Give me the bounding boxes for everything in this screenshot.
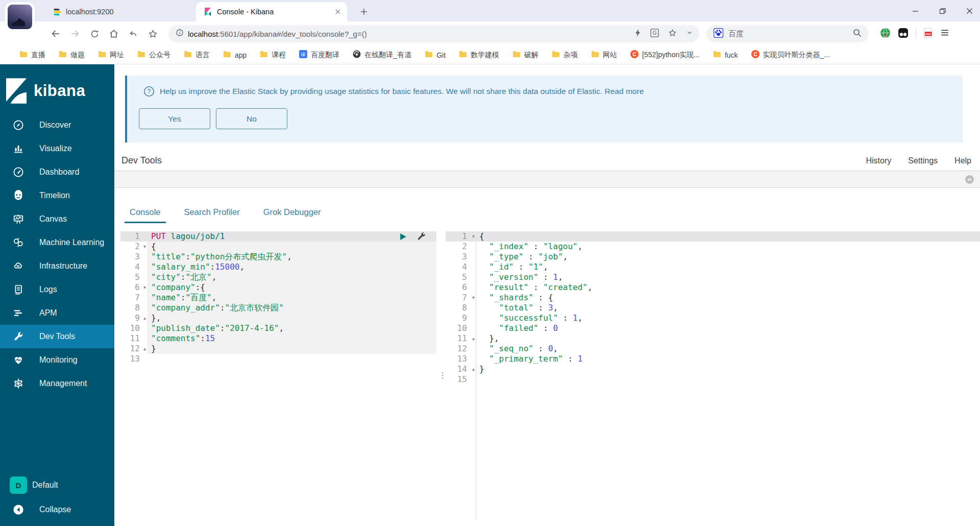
- address-chevron-down-icon[interactable]: [686, 29, 693, 38]
- fold-open-icon[interactable]: ▾: [143, 242, 146, 252]
- sidebar-item-monitoring[interactable]: Monitoring: [0, 348, 114, 372]
- sidebar-item-machine-learning[interactable]: Machine Learning: [0, 231, 114, 254]
- send-request-button[interactable]: [399, 232, 407, 241]
- bookmark-item[interactable]: 语言: [184, 51, 210, 60]
- fold-close-icon[interactable]: ▴: [143, 344, 146, 354]
- bookmark-label: [552]python实现...: [642, 51, 700, 60]
- devtools-menu-settings[interactable]: Settings: [908, 156, 938, 165]
- browser-tab-localhost-9200[interactable]: localhost:9200: [45, 2, 196, 21]
- bookmark-item[interactable]: 网站: [591, 51, 617, 60]
- code-line: 7▾ "_shards" : {: [446, 293, 980, 303]
- line-number: 9▴: [120, 313, 147, 323]
- devtools-menu-history[interactable]: History: [866, 156, 892, 165]
- sidebar-item-apm[interactable]: APM: [0, 301, 114, 325]
- idm-extension-icon[interactable]: [880, 28, 891, 40]
- minimize-button[interactable]: [912, 8, 919, 14]
- dark-extension-icon[interactable]: [898, 28, 909, 40]
- url-text[interactable]: localhost:5601/app/kibana#/dev_tools/con…: [188, 30, 629, 38]
- sidebar-item-discover[interactable]: Discover: [0, 113, 114, 137]
- svg-text:G: G: [652, 30, 656, 36]
- browser-menu-icon[interactable]: [940, 28, 950, 40]
- space-switcher-default[interactable]: D Default: [0, 473, 114, 497]
- collapse-sidebar-button[interactable]: Collapse: [0, 497, 114, 522]
- search-icon[interactable]: [853, 29, 862, 39]
- back-button[interactable]: [47, 25, 64, 42]
- sidebar-item-canvas[interactable]: Canvas: [0, 207, 114, 231]
- baidu-search-box[interactable]: 百度: [706, 25, 869, 42]
- undo-navigation-button[interactable]: [125, 25, 142, 42]
- tab-console[interactable]: Console: [125, 207, 166, 223]
- sidebar-item-dev-tools[interactable]: Dev Tools: [0, 325, 114, 348]
- read-more-link[interactable]: Read more: [605, 87, 644, 95]
- tab-close-icon[interactable]: [335, 9, 341, 15]
- folder-icon: [713, 51, 721, 60]
- new-tab-button[interactable]: [357, 5, 371, 18]
- forward-button[interactable]: [66, 25, 84, 42]
- bookmark-item[interactable]: 数学建模: [459, 51, 499, 60]
- bookmark-item[interactable]: 破解: [512, 51, 538, 60]
- bookmark-item[interactable]: 课程: [260, 51, 286, 60]
- svg-text:PDF: PDF: [925, 32, 932, 35]
- tab-title: localhost:9200: [66, 8, 190, 16]
- fold-close-icon[interactable]: ▴: [472, 364, 475, 374]
- bookmark-item[interactable]: 在线翻译_有道: [353, 50, 411, 60]
- request-editor[interactable]: 1PUT lagou/job/12▾{3"title":"python分布式爬虫…: [120, 231, 436, 520]
- fold-open-icon[interactable]: ▾: [472, 293, 475, 303]
- bookmark-label: 公众号: [149, 51, 170, 60]
- address-bar[interactable]: localhost:5601/app/kibana#/dev_tools/con…: [168, 25, 699, 42]
- response-viewer[interactable]: 1▾{2 "_index" : "lagou",3 "_type" : "job…: [446, 231, 980, 520]
- bookmark-item[interactable]: 直播: [19, 51, 45, 60]
- collapse-panel-icon[interactable]: [965, 175, 974, 184]
- sidebar-item-infrastructure[interactable]: Infrastructure: [0, 254, 114, 278]
- bookmark-item[interactable]: C [552]python实现...: [630, 50, 700, 60]
- code-text: PUT lagou/job/1: [147, 231, 436, 242]
- monitoring-icon: [12, 354, 24, 366]
- no-button[interactable]: No: [216, 108, 287, 129]
- bookmark-item[interactable]: 译 百度翻译: [299, 50, 339, 60]
- bookmark-star-button[interactable]: [144, 25, 161, 42]
- fold-close-icon[interactable]: ▴: [472, 333, 475, 344]
- reload-button[interactable]: [86, 25, 103, 42]
- browser-tab-console-kibana[interactable]: Console - Kibana: [196, 2, 347, 21]
- devtools-menu-help[interactable]: Help: [954, 156, 971, 165]
- sidebar-item-label: Infrastructure: [39, 261, 87, 271]
- line-number: 9: [446, 313, 476, 323]
- bookmark-item[interactable]: 网址: [98, 51, 124, 60]
- yes-button[interactable]: Yes: [139, 108, 210, 129]
- fold-open-icon[interactable]: ▾: [472, 231, 475, 242]
- bookmark-item[interactable]: 做题: [59, 51, 85, 60]
- code-line: 11"comments":15: [120, 333, 436, 344]
- line-number: 13: [120, 354, 147, 364]
- panel-splitter[interactable]: ⋮: [436, 231, 446, 520]
- profile-avatar[interactable]: [5, 2, 35, 32]
- bookmark-item[interactable]: fuck: [713, 51, 738, 60]
- bookmark-this-page-icon[interactable]: [668, 29, 677, 39]
- kibana-logo[interactable]: kibana: [6, 77, 114, 105]
- bookmark-item[interactable]: C 实现贝叶斯分类器_...: [751, 50, 830, 60]
- close-window-button[interactable]: [966, 8, 973, 14]
- bookmark-item[interactable]: 杂项: [552, 51, 578, 60]
- fold-open-icon[interactable]: ▾: [143, 282, 146, 293]
- site-info-icon[interactable]: [176, 29, 184, 39]
- tab-search-profiler[interactable]: Search Profiler: [179, 207, 245, 223]
- sidebar-item-logs[interactable]: Logs: [0, 278, 114, 301]
- restore-button[interactable]: [939, 8, 946, 14]
- home-button[interactable]: [105, 25, 122, 42]
- pdf-extension-icon[interactable]: PDF: [923, 28, 933, 40]
- bookmark-item[interactable]: app: [223, 51, 247, 60]
- code-line: 13: [120, 354, 436, 364]
- sidebar-item-dashboard[interactable]: Dashboard: [0, 160, 114, 184]
- sidebar-item-timelion[interactable]: Timelion: [0, 184, 114, 207]
- translate-page-icon[interactable]: G: [650, 29, 659, 39]
- sidebar-item-label: Discover: [39, 121, 71, 130]
- tab-grok-debugger[interactable]: Grok Debugger: [258, 207, 326, 223]
- sidebar-item-management[interactable]: Management: [0, 372, 114, 395]
- request-options-wrench-icon[interactable]: [416, 232, 426, 242]
- bookmark-item[interactable]: 公众号: [137, 51, 170, 60]
- fold-close-icon[interactable]: ▴: [143, 313, 146, 323]
- sidebar-item-visualize[interactable]: Visualize: [0, 137, 114, 160]
- code-line: 8 "total" : 3,: [446, 303, 980, 313]
- code-line: 4 "_id" : "1",: [446, 262, 980, 272]
- bookmark-item[interactable]: Git: [425, 51, 446, 60]
- lightning-extension-icon[interactable]: [634, 29, 641, 39]
